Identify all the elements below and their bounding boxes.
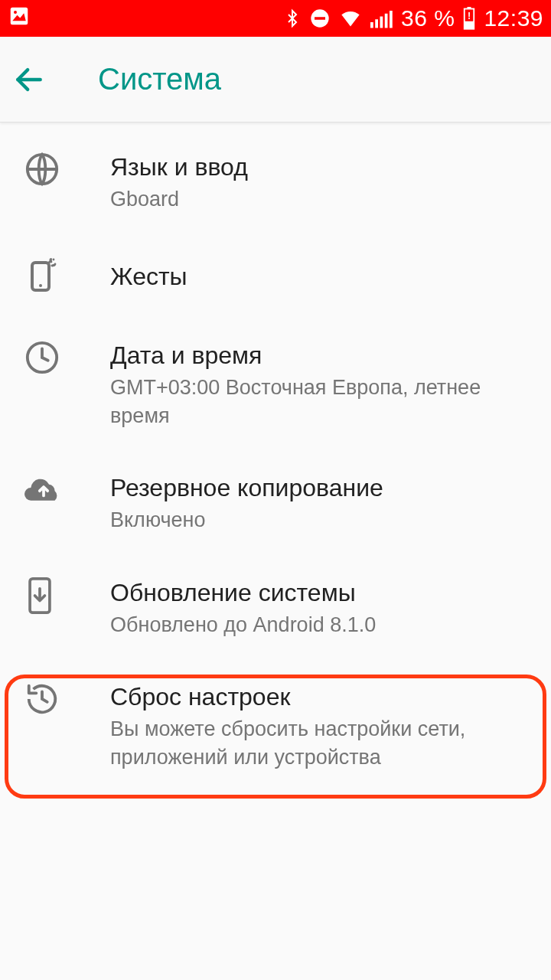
item-title: Сброс настроек	[110, 681, 525, 712]
wifi-icon	[338, 8, 363, 29]
svg-rect-3	[315, 17, 325, 20]
svg-point-18	[51, 261, 53, 263]
battery-percent: 36 %	[401, 5, 455, 31]
svg-rect-0	[11, 7, 28, 24]
language-icon	[18, 152, 110, 187]
status-bar: 36 % ! 12:39	[0, 0, 551, 37]
item-subtitle: GMT+03:00 Восточная Европа, летнее время	[110, 374, 525, 430]
list-item-language-input[interactable]: Язык и ввод Gboard	[0, 130, 551, 234]
item-title: Дата и время	[110, 340, 525, 371]
restore-icon	[18, 681, 110, 717]
gestures-icon	[18, 258, 110, 295]
item-subtitle: Обновлено до Android 8.1.0	[110, 611, 525, 639]
cloud-upload-icon	[18, 472, 110, 503]
svg-point-20	[53, 259, 55, 261]
svg-rect-8	[390, 11, 393, 28]
system-update-icon	[18, 577, 110, 614]
bluetooth-icon	[283, 7, 302, 30]
svg-rect-6	[380, 17, 383, 28]
app-bar: Система	[0, 37, 551, 122]
item-title: Обновление системы	[110, 577, 525, 608]
list-item-system-update[interactable]: Обновление системы Обновлено до Android …	[0, 556, 551, 660]
svg-rect-7	[385, 14, 388, 28]
svg-point-1	[14, 11, 17, 14]
item-title: Резервное копирование	[110, 472, 525, 503]
list-item-backup[interactable]: Резервное копирование Включено	[0, 451, 551, 555]
cellular-signal-icon	[370, 8, 393, 28]
clock-icon	[18, 340, 110, 375]
svg-rect-11	[465, 21, 474, 29]
list-item-date-time[interactable]: Дата и время GMT+03:00 Восточная Европа,…	[0, 318, 551, 451]
back-button[interactable]	[12, 63, 67, 96]
battery-icon: !	[462, 7, 476, 30]
item-title: Язык и ввод	[110, 152, 525, 182]
do-not-disturb-icon	[309, 8, 331, 29]
svg-rect-4	[370, 22, 373, 28]
settings-list: Язык и ввод Gboard Жесты Дата и время GM…	[0, 122, 551, 792]
item-subtitle: Gboard	[110, 185, 525, 213]
item-subtitle: Включено	[110, 506, 525, 534]
list-item-reset[interactable]: Сброс настроек Вы можете сбросить настро…	[0, 660, 551, 792]
list-item-gestures[interactable]: Жесты	[0, 234, 551, 318]
item-title: Жесты	[110, 261, 525, 292]
image-notification-icon	[8, 5, 31, 33]
clock: 12:39	[484, 5, 543, 31]
svg-point-17	[39, 284, 42, 287]
svg-rect-5	[375, 19, 378, 28]
item-subtitle: Вы можете сбросить настройки сети, прило…	[110, 715, 525, 771]
page-title: Система	[98, 62, 221, 96]
svg-point-19	[54, 263, 57, 266]
svg-text:!: !	[468, 11, 471, 21]
